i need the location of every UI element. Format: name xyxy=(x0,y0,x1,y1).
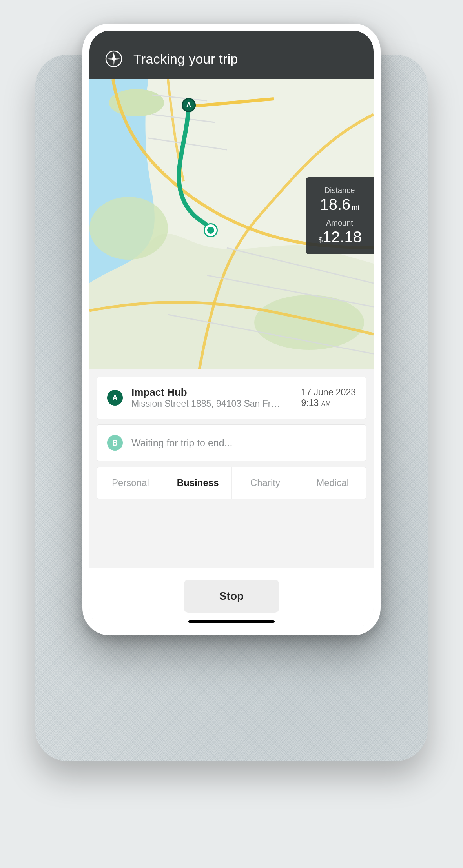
distance-value: 18.6mi xyxy=(317,196,362,213)
origin-marker: A xyxy=(182,98,196,112)
destination-status: Waiting for trip to end... xyxy=(131,437,233,449)
bottom-bar: Stop xyxy=(89,568,374,628)
trip-map[interactable]: A Distance 18.6mi Amount $12.18 xyxy=(89,79,374,369)
destination-card[interactable]: B Waiting for trip to end... xyxy=(97,424,366,461)
origin-address: Mission Street 1885, 94103 San Fra... xyxy=(131,399,283,409)
origin-date: 17 June 2023 xyxy=(301,387,356,398)
amount-label: Amount xyxy=(317,218,362,227)
tab-business[interactable]: Business xyxy=(164,467,232,499)
amount-value: $12.18 xyxy=(317,228,362,246)
destination-badge: B xyxy=(107,435,123,451)
origin-badge: A xyxy=(107,390,123,406)
origin-time: 9:13 AM xyxy=(301,398,356,408)
origin-name: Impact Hub xyxy=(131,386,283,399)
tab-charity[interactable]: Charity xyxy=(232,467,299,499)
svg-point-4 xyxy=(89,197,168,260)
current-location-marker xyxy=(205,224,217,236)
phone-frame: Tracking your trip xyxy=(82,24,381,635)
app-header: Tracking your trip xyxy=(89,31,374,79)
screen: Tracking your trip xyxy=(89,31,374,628)
tab-medical[interactable]: Medical xyxy=(299,467,366,499)
category-tabs: Personal Business Charity Medical xyxy=(97,467,366,499)
home-indicator[interactable] xyxy=(188,620,275,623)
origin-card[interactable]: A Impact Hub Mission Street 1885, 94103 … xyxy=(97,377,366,419)
distance-label: Distance xyxy=(317,186,362,195)
compass-icon xyxy=(105,50,122,67)
origin-info: Impact Hub Mission Street 1885, 94103 Sa… xyxy=(131,386,283,409)
trip-stats-overlay: Distance 18.6mi Amount $12.18 xyxy=(306,177,374,254)
tab-personal[interactable]: Personal xyxy=(97,467,164,499)
trip-details: A Impact Hub Mission Street 1885, 94103 … xyxy=(89,369,374,568)
stop-button[interactable]: Stop xyxy=(184,580,279,613)
page-title: Tracking your trip xyxy=(133,51,238,67)
origin-datetime: 17 June 2023 9:13 AM xyxy=(292,387,356,408)
